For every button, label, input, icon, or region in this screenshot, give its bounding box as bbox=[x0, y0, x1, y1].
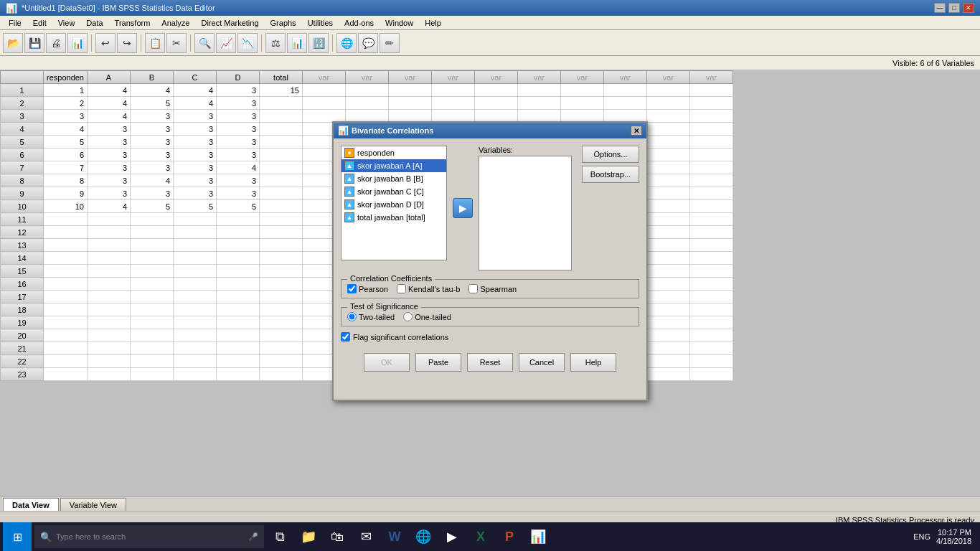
cell[interactable] bbox=[260, 149, 303, 161]
cell-empty[interactable] bbox=[260, 239, 303, 252]
cell[interactable]: 3 bbox=[131, 149, 174, 161]
col-header-var9[interactable]: var bbox=[647, 71, 690, 84]
cell[interactable] bbox=[260, 200, 303, 213]
cell-empty[interactable] bbox=[174, 213, 217, 226]
spss-btn[interactable]: 📊 bbox=[525, 524, 551, 550]
cell-empty[interactable] bbox=[44, 226, 88, 239]
cell-empty[interactable] bbox=[690, 252, 733, 265]
cell-empty[interactable] bbox=[647, 368, 690, 381]
cell-empty[interactable] bbox=[131, 213, 174, 226]
cell-empty[interactable] bbox=[690, 200, 733, 213]
cell-empty[interactable] bbox=[647, 174, 690, 187]
cell-empty[interactable] bbox=[690, 291, 733, 303]
cell[interactable]: 3 bbox=[131, 161, 174, 174]
left-list-item[interactable]: ▲skor jawaban D [D] bbox=[341, 198, 446, 211]
cell-empty[interactable] bbox=[690, 161, 733, 174]
cell-empty[interactable] bbox=[260, 342, 303, 355]
cell-empty[interactable] bbox=[604, 97, 647, 110]
cell[interactable]: 3 bbox=[174, 149, 217, 161]
cell-empty[interactable] bbox=[217, 291, 260, 303]
cell-empty[interactable] bbox=[647, 226, 690, 239]
cell[interactable]: 3 bbox=[174, 136, 217, 149]
cell-empty[interactable] bbox=[346, 84, 389, 97]
cell[interactable]: 9 bbox=[44, 187, 88, 200]
cell-empty[interactable] bbox=[647, 187, 690, 200]
table-row[interactable]: 224543 bbox=[1, 97, 733, 110]
dialog-close-btn[interactable]: ✕ bbox=[631, 126, 642, 136]
file-explorer-btn[interactable]: 📁 bbox=[296, 524, 321, 550]
cell-empty[interactable] bbox=[389, 110, 432, 123]
toolbar-save[interactable]: 💾 bbox=[24, 33, 44, 53]
cell-empty[interactable] bbox=[690, 97, 733, 110]
cell-empty[interactable] bbox=[690, 265, 733, 278]
cell-empty[interactable] bbox=[647, 239, 690, 252]
cell-empty[interactable] bbox=[604, 84, 647, 97]
cell[interactable]: 3 bbox=[131, 110, 174, 123]
cell-empty[interactable] bbox=[647, 278, 690, 291]
cell[interactable]: 3 bbox=[88, 136, 131, 149]
cell-empty[interactable] bbox=[690, 174, 733, 187]
cell[interactable]: 3 bbox=[88, 149, 131, 161]
cell-empty[interactable] bbox=[217, 278, 260, 291]
cell-empty[interactable] bbox=[217, 252, 260, 265]
cell-empty[interactable] bbox=[647, 303, 690, 316]
col-header-var3[interactable]: var bbox=[389, 71, 432, 84]
cell[interactable]: 3 bbox=[174, 174, 217, 187]
cell[interactable] bbox=[260, 136, 303, 149]
cell[interactable]: 3 bbox=[217, 84, 260, 97]
cell[interactable]: 1 bbox=[44, 84, 88, 97]
move-arrow-btn[interactable]: ▶ bbox=[453, 198, 473, 218]
col-header-var10[interactable]: var bbox=[690, 71, 733, 84]
pearson-checkbox-label[interactable]: Pearson bbox=[347, 284, 388, 293]
vlc-btn[interactable]: ▶ bbox=[439, 524, 465, 550]
cell-empty[interactable] bbox=[88, 329, 131, 342]
cell-empty[interactable] bbox=[174, 368, 217, 381]
cell[interactable]: 4 bbox=[174, 84, 217, 97]
cell-empty[interactable] bbox=[88, 252, 131, 265]
left-list-item[interactable]: ▲skor jawaban C [C] bbox=[341, 185, 446, 198]
two-tailed-label[interactable]: Two-tailed bbox=[347, 312, 395, 321]
cell-empty[interactable] bbox=[690, 84, 733, 97]
cell[interactable]: 4 bbox=[88, 97, 131, 110]
cell[interactable]: 3 bbox=[217, 97, 260, 110]
cell[interactable]: 4 bbox=[217, 161, 260, 174]
menu-view[interactable]: View bbox=[52, 17, 81, 29]
menu-direct-marketing[interactable]: Direct Marketing bbox=[195, 17, 264, 29]
cell[interactable]: 4 bbox=[131, 174, 174, 187]
minimize-btn[interactable]: — bbox=[934, 3, 946, 13]
menu-data[interactable]: Data bbox=[80, 17, 108, 29]
task-view-btn[interactable]: ⧉ bbox=[267, 524, 293, 550]
cell-empty[interactable] bbox=[432, 84, 475, 97]
cell-empty[interactable] bbox=[647, 84, 690, 97]
cell-empty[interactable] bbox=[518, 97, 561, 110]
cell-empty[interactable] bbox=[88, 278, 131, 291]
cell-empty[interactable] bbox=[389, 97, 432, 110]
ok-button[interactable]: OK bbox=[364, 353, 410, 372]
cell-empty[interactable] bbox=[260, 213, 303, 226]
cell[interactable]: 7 bbox=[44, 161, 88, 174]
menu-file[interactable]: File bbox=[3, 17, 27, 29]
cancel-button[interactable]: Cancel bbox=[519, 353, 565, 372]
cell-empty[interactable] bbox=[131, 265, 174, 278]
menu-analyze[interactable]: Analyze bbox=[156, 17, 195, 29]
menu-utilities[interactable]: Utilities bbox=[302, 17, 339, 29]
left-variable-list[interactable]: ●responden▲skor jawaban A [A]▲skor jawab… bbox=[341, 146, 447, 260]
window-controls[interactable]: — □ ✕ bbox=[934, 3, 974, 13]
cell-empty[interactable] bbox=[44, 355, 88, 368]
cell-empty[interactable] bbox=[88, 355, 131, 368]
cell[interactable]: 3 bbox=[217, 123, 260, 136]
one-tailed-label[interactable]: One-tailed bbox=[403, 312, 451, 321]
toolbar-chart1[interactable]: 📈 bbox=[216, 33, 236, 53]
cell-empty[interactable] bbox=[44, 265, 88, 278]
ppt-btn[interactable]: P bbox=[496, 524, 522, 550]
toolbar-print[interactable]: 🖨 bbox=[46, 33, 66, 53]
cell-empty[interactable] bbox=[217, 316, 260, 329]
store-btn[interactable]: 🛍 bbox=[324, 524, 350, 550]
cell-empty[interactable] bbox=[690, 110, 733, 123]
cell-empty[interactable] bbox=[44, 278, 88, 291]
cell[interactable] bbox=[260, 110, 303, 123]
cell-empty[interactable] bbox=[690, 123, 733, 136]
cell[interactable]: 3 bbox=[174, 110, 217, 123]
maximize-btn[interactable]: □ bbox=[948, 3, 960, 13]
cell-empty[interactable] bbox=[131, 252, 174, 265]
